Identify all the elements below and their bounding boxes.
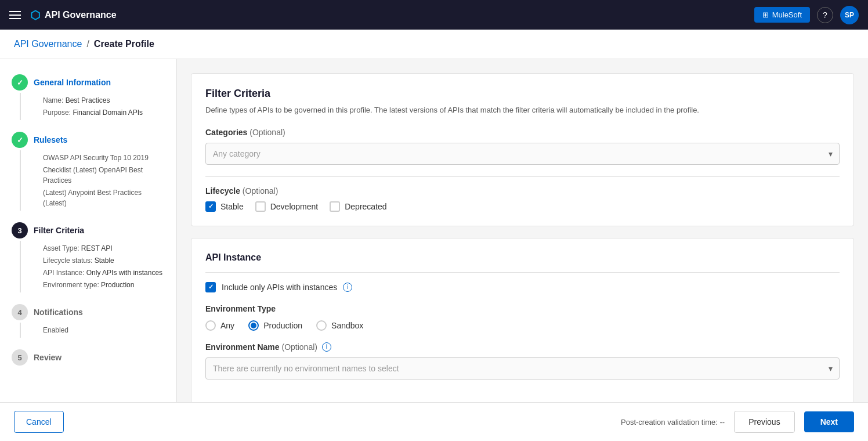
main-content: Filter Criteria Define types of APIs to … xyxy=(177,59,868,402)
hamburger-menu[interactable] xyxy=(9,11,21,19)
lifecycle-checkbox-group: Stable Development Deprecated xyxy=(205,201,840,212)
step-5-circle: 5 xyxy=(12,349,28,366)
step-1-label[interactable]: General Information xyxy=(34,78,111,87)
sidebar-step-filter-criteria: 3 Filter Criteria Asset Type: REST API L… xyxy=(0,216,176,298)
lifecycle-stable-checkbox[interactable]: Stable xyxy=(205,201,244,212)
lifecycle-development-checkbox[interactable]: Development xyxy=(255,201,319,212)
help-button[interactable]: ? xyxy=(817,7,833,23)
mulesoft-label: MuleSoft xyxy=(772,10,802,19)
sidebar: ✓ General Information Name: Best Practic… xyxy=(0,59,177,402)
categories-label: Categories (Optional) xyxy=(205,128,840,137)
env-name-select[interactable]: There are currently no environment names… xyxy=(205,357,840,379)
brand-icon: ⬡ xyxy=(30,8,40,22)
filter-criteria-title: Filter Criteria xyxy=(205,88,840,100)
stable-checkbox-box[interactable] xyxy=(205,201,216,212)
mulesoft-button[interactable]: ⊞ MuleSoft xyxy=(754,7,810,23)
step-1-detail-name: Name: Best Practices xyxy=(43,95,165,106)
breadcrumb: API Governance / Create Profile xyxy=(0,30,868,59)
step-3-detail-api-instance: API Instance: Only APIs with instances xyxy=(43,268,165,278)
step-2-circle: ✓ xyxy=(12,132,28,148)
categories-select[interactable]: Any category xyxy=(205,143,840,165)
env-name-label: Environment Name (Optional) xyxy=(205,342,317,352)
step-2-label[interactable]: Rulesets xyxy=(34,135,67,144)
cancel-button[interactable]: Cancel xyxy=(14,411,64,433)
deprecated-checkbox-box[interactable] xyxy=(330,201,340,212)
env-name-row: Environment Name (Optional) i xyxy=(205,342,840,352)
sidebar-step-review: 5 Review xyxy=(0,344,176,371)
top-navigation: ⬡ API Governance ⊞ MuleSoft ? SP xyxy=(0,0,868,30)
breadcrumb-link[interactable]: API Governance xyxy=(14,39,82,49)
env-name-info-icon[interactable]: i xyxy=(322,342,331,352)
filter-criteria-card: Filter Criteria Define types of APIs to … xyxy=(191,73,854,226)
step-5-label[interactable]: Review xyxy=(34,353,62,362)
brand-logo: ⬡ API Governance xyxy=(30,8,117,22)
validation-time-text: Post-creation validation time: -- xyxy=(621,418,725,426)
step-3-label[interactable]: Filter Criteria xyxy=(34,226,84,235)
sidebar-step-general-information: ✓ General Information Name: Best Practic… xyxy=(0,68,176,126)
avatar-button[interactable]: SP xyxy=(840,6,859,24)
categories-select-wrapper: Any category ▾ xyxy=(205,143,840,165)
step-3-detail-lifecycle: Lifecycle status: Stable xyxy=(43,255,165,266)
include-apis-row: Include only APIs with instances i xyxy=(205,282,840,292)
step-2-detail-2: Checklist (Latest) OpenAPI Best Practice… xyxy=(43,165,165,186)
step-3-detail-env: Environment type: Production xyxy=(43,280,165,290)
step-3-detail-asset: Asset Type: REST API xyxy=(43,243,165,254)
step-1-circle: ✓ xyxy=(12,74,28,91)
previous-button[interactable]: Previous xyxy=(734,411,794,433)
brand-name: API Governance xyxy=(45,10,117,20)
breadcrumb-current: Create Profile xyxy=(94,39,154,49)
include-info-icon[interactable]: i xyxy=(343,283,352,292)
sandbox-radio-outer[interactable] xyxy=(316,320,327,331)
include-apis-checkbox[interactable] xyxy=(205,282,216,292)
mulesoft-icon: ⊞ xyxy=(762,10,769,19)
step-2-detail-1: OWASP API Security Top 10 2019 xyxy=(43,153,165,163)
step-4-detail-enabled: Enabled xyxy=(43,325,165,335)
env-sandbox-radio[interactable]: Sandbox xyxy=(316,320,363,331)
env-type-label: Environment Type xyxy=(205,304,840,313)
footer-bar: Cancel Post-creation validation time: --… xyxy=(0,402,868,441)
lifecycle-label: Lifecycle (Optional) xyxy=(205,186,840,196)
step-4-circle: 4 xyxy=(12,304,28,320)
env-any-radio[interactable]: Any xyxy=(205,320,234,331)
env-type-radio-group: Any Production Sandbox xyxy=(205,320,840,331)
step-4-label[interactable]: Notifications xyxy=(34,308,83,317)
step-1-detail-purpose: Purpose: Financial Domain APIs xyxy=(43,107,165,118)
env-production-radio[interactable]: Production xyxy=(248,320,302,331)
next-button[interactable]: Next xyxy=(804,411,854,432)
step-2-detail-3: (Latest) Anypoint Best Practices (Latest… xyxy=(43,187,165,208)
production-radio-outer[interactable] xyxy=(248,320,259,331)
api-instance-title: API Instance xyxy=(205,252,840,263)
include-apis-label: Include only APIs with instances xyxy=(222,283,337,292)
filter-criteria-desc: Define types of APIs to be governed in t… xyxy=(205,104,840,116)
lifecycle-deprecated-checkbox[interactable]: Deprecated xyxy=(330,201,386,212)
development-checkbox-box[interactable] xyxy=(255,201,266,212)
env-name-select-wrapper: There are currently no environment names… xyxy=(205,357,840,379)
sidebar-step-rulesets: ✓ Rulesets OWASP API Security Top 10 201… xyxy=(0,126,176,216)
production-radio-inner xyxy=(251,323,256,328)
step-3-circle: 3 xyxy=(12,222,28,238)
sidebar-step-notifications: 4 Notifications Enabled xyxy=(0,298,176,344)
breadcrumb-separator: / xyxy=(86,39,89,49)
any-radio-outer[interactable] xyxy=(205,320,216,331)
api-instance-card: API Instance Include only APIs with inst… xyxy=(191,238,854,402)
